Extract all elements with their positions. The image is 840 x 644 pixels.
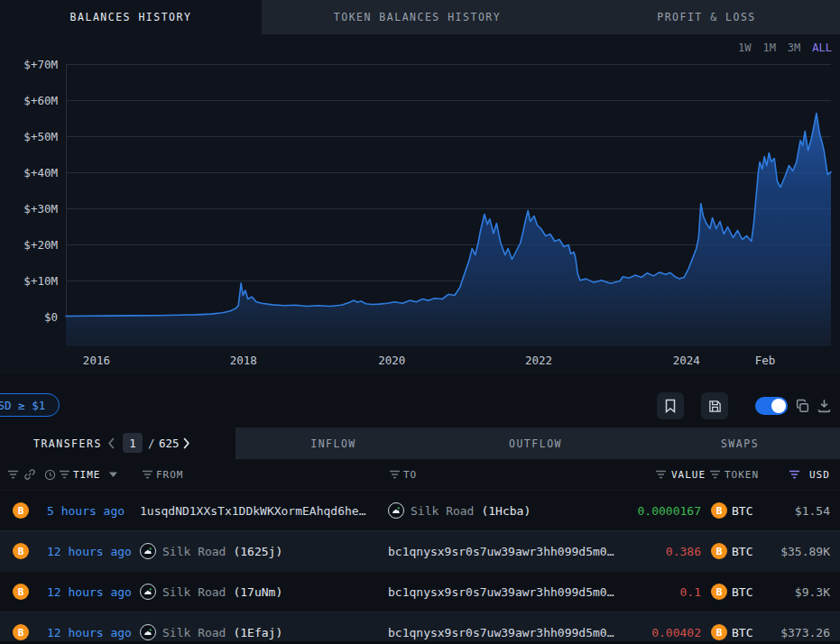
svg-text:2022: 2022 bbox=[525, 354, 552, 367]
cell-from: Silk Road(17uNm) bbox=[140, 572, 282, 612]
usd-filter-chip[interactable]: USD ≥ $1 bbox=[0, 393, 60, 417]
prev-page-button[interactable] bbox=[107, 428, 115, 459]
bookmark-icon bbox=[664, 399, 677, 413]
funnel-icon bbox=[142, 469, 153, 480]
download-icon bbox=[817, 398, 832, 413]
cell-chain: B bbox=[13, 572, 29, 612]
transfer-row[interactable]: B12 hours agoSilk Road(1Efaj)bc1qnysx9sr… bbox=[0, 612, 840, 644]
funnel-icon bbox=[709, 469, 721, 480]
cell-usd: $1.54 bbox=[795, 491, 830, 530]
svg-text:$+70M: $+70M bbox=[23, 58, 58, 71]
cell-token: BBTC bbox=[711, 491, 752, 530]
token-filter-button[interactable] bbox=[709, 459, 721, 490]
funnel-icon-active bbox=[789, 469, 800, 480]
entity-tag[interactable]: (1Hcba) bbox=[481, 504, 531, 518]
balance-history-chart[interactable]: $+70M$+60M$+50M$+40M$+30M$+20M$+10M$0201… bbox=[0, 34, 840, 373]
from-filter-button[interactable] bbox=[142, 459, 153, 490]
total-pages: 625 bbox=[159, 428, 180, 459]
toggle-knob bbox=[771, 399, 786, 413]
cell-chain: B bbox=[13, 531, 29, 571]
entity-tag[interactable]: (1625j) bbox=[233, 545, 282, 558]
bookmark-button[interactable] bbox=[657, 392, 684, 419]
column-usd[interactable]: USD bbox=[809, 459, 830, 490]
svg-text:$+10M: $+10M bbox=[23, 274, 58, 288]
transfer-row[interactable]: B12 hours agoSilk Road(1625j)bc1qnysx9sr… bbox=[0, 530, 840, 571]
cell-from: Silk Road(1Efaj) bbox=[140, 612, 282, 644]
copy-button[interactable] bbox=[795, 399, 810, 414]
entity-tag[interactable]: (1Efaj) bbox=[233, 626, 282, 639]
entity-name[interactable]: Silk Road bbox=[411, 504, 474, 518]
time-range-selector: 1W 1M 3M ALL bbox=[738, 41, 832, 54]
svg-text:$+60M: $+60M bbox=[23, 94, 58, 107]
next-page-button[interactable] bbox=[182, 428, 190, 459]
range-3m-button[interactable]: 3M bbox=[788, 41, 800, 54]
funnel-icon bbox=[7, 469, 19, 480]
column-to[interactable]: TO bbox=[403, 459, 417, 490]
download-button[interactable] bbox=[817, 398, 832, 413]
funnel-icon bbox=[59, 469, 70, 480]
address-link[interactable]: bc1qnysx9sr0s7uw39awr3hh099d5m0… bbox=[388, 626, 614, 639]
tab-outflow[interactable]: OUTFLOW bbox=[431, 428, 640, 459]
tab-swaps[interactable]: SWAPS bbox=[640, 428, 840, 459]
transfer-row[interactable]: B5 hours ago1usqdND1XXsTx1DDkWKXormEAhqd… bbox=[0, 490, 840, 530]
cell-value: 0.00402 bbox=[651, 612, 701, 644]
usd-filter-button[interactable] bbox=[789, 459, 800, 490]
funnel-icon bbox=[655, 469, 667, 480]
address-link[interactable]: 1usqdND1XXsTx1DDkWKXormEAhqd6he… bbox=[140, 504, 365, 518]
usd-filter-label: USD ≥ $1 bbox=[0, 399, 45, 412]
tab-token-balances-history[interactable]: TOKEN BALANCES HISTORY bbox=[262, 0, 573, 34]
top-tab-bar: BALANCES HISTORY TOKEN BALANCES HISTORY … bbox=[0, 0, 840, 34]
tab-transfers[interactable]: TRANSFERS 1 / 625 bbox=[0, 428, 235, 459]
cell-usd: $9.3K bbox=[795, 572, 830, 612]
entity-tag[interactable]: (17uNm) bbox=[233, 585, 282, 599]
cell-chain: B bbox=[13, 612, 29, 644]
transfer-row[interactable]: B12 hours agoSilk Road(17uNm)bc1qnysx9sr… bbox=[0, 571, 840, 612]
link-filter-button[interactable] bbox=[23, 459, 36, 490]
entity-name[interactable]: Silk Road bbox=[162, 545, 226, 558]
caret-down-icon bbox=[109, 472, 117, 477]
cell-time[interactable]: 5 hours ago bbox=[47, 491, 125, 530]
svg-text:2018: 2018 bbox=[230, 354, 257, 367]
tab-balances-history[interactable]: BALANCES HISTORY bbox=[0, 0, 262, 34]
column-token[interactable]: TOKEN bbox=[725, 459, 759, 490]
cell-usd: $373.26 bbox=[780, 612, 830, 644]
cell-token: BBTC bbox=[711, 572, 752, 612]
tab-profit-and-loss[interactable]: PROFIT & LOSS bbox=[573, 0, 840, 34]
cell-to: bc1qnysx9sr0s7uw39awr3hh099d5m0… bbox=[388, 572, 614, 612]
range-all-button[interactable]: ALL bbox=[812, 41, 832, 54]
filter-all-button[interactable] bbox=[7, 459, 19, 490]
funnel-icon bbox=[389, 469, 401, 480]
cell-time[interactable]: 12 hours ago bbox=[47, 572, 132, 612]
btc-token-icon: B bbox=[711, 543, 727, 559]
clock-icon bbox=[44, 459, 56, 490]
transfers-table-header: TIME FROM TO VALUE TOKEN USD bbox=[0, 459, 840, 490]
entity-name[interactable]: Silk Road bbox=[162, 626, 226, 639]
address-link[interactable]: bc1qnysx9sr0s7uw39awr3hh099d5m0… bbox=[388, 585, 614, 599]
tab-inflow[interactable]: INFLOW bbox=[235, 428, 431, 459]
current-page[interactable]: 1 bbox=[123, 433, 143, 453]
cell-time[interactable]: 12 hours ago bbox=[47, 531, 132, 571]
silk-road-icon bbox=[143, 546, 153, 557]
entity-name[interactable]: Silk Road bbox=[162, 585, 226, 599]
btc-token-icon: B bbox=[711, 502, 727, 519]
entity-avatar bbox=[388, 502, 404, 519]
token-symbol: BTC bbox=[732, 545, 752, 558]
save-icon bbox=[708, 400, 722, 413]
token-symbol: BTC bbox=[732, 504, 752, 518]
value-filter-button[interactable] bbox=[655, 459, 667, 490]
chart-mode-toggle[interactable] bbox=[755, 397, 788, 415]
time-sort-caret[interactable] bbox=[109, 459, 117, 490]
range-1w-button[interactable]: 1W bbox=[738, 41, 751, 54]
btc-token-icon: B bbox=[711, 584, 727, 600]
cell-value: 0.386 bbox=[666, 531, 701, 571]
column-time[interactable]: TIME bbox=[73, 459, 101, 490]
range-1m-button[interactable]: 1M bbox=[762, 41, 775, 54]
save-chart-button[interactable] bbox=[701, 392, 728, 419]
column-from[interactable]: FROM bbox=[156, 459, 184, 490]
silk-road-icon bbox=[143, 586, 153, 597]
address-link[interactable]: bc1qnysx9sr0s7uw39awr3hh099d5m0… bbox=[388, 545, 614, 558]
time-filter-button[interactable] bbox=[59, 459, 70, 490]
column-value[interactable]: VALUE bbox=[671, 459, 706, 490]
cell-time[interactable]: 12 hours ago bbox=[47, 612, 132, 644]
to-filter-button[interactable] bbox=[389, 459, 401, 490]
